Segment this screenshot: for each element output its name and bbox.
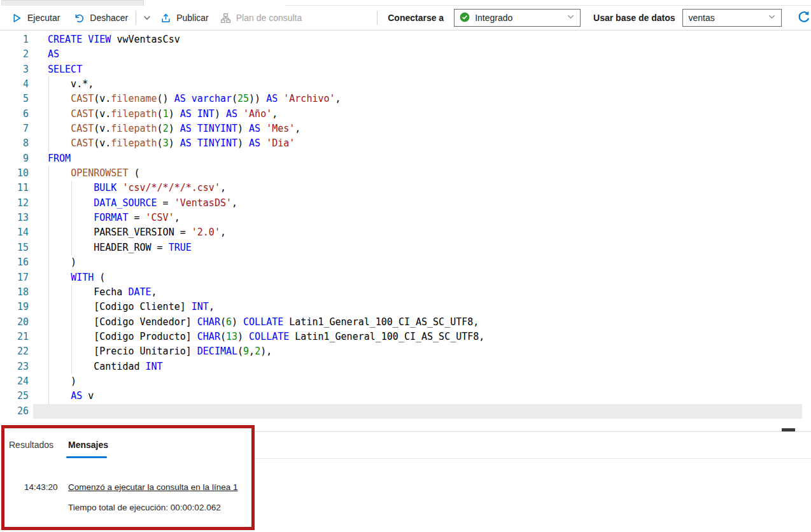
code-line: 10 OPENROWSET ( xyxy=(0,166,811,181)
code-line: 7 CAST(v.filepath(2) AS TINYINT) AS 'Mes… xyxy=(0,122,811,136)
query-plan-label: Plan de consulta xyxy=(236,13,302,23)
database-value: ventas xyxy=(688,13,763,23)
code-line: 1CREATE VIEW vwVentasCsv xyxy=(0,32,811,47)
code-text: SELECT xyxy=(48,62,82,77)
code-text: [Precio Unitario] DECIMAL(9,2), xyxy=(48,344,272,359)
toolbar: Ejecutar Deshacer Publicar xyxy=(0,6,811,31)
code-line: 23 Cantidad INT xyxy=(0,360,811,374)
code-lines: 1CREATE VIEW vwVentasCsv2AS3SELECT4 v.*,… xyxy=(0,32,811,419)
message-timestamp: 14:43:20 xyxy=(24,482,58,492)
line-number: 23 xyxy=(0,360,29,374)
line-number: 8 xyxy=(0,136,29,151)
message-link[interactable]: Comenzó a ejecutar la consulta en la lín… xyxy=(68,482,237,492)
code-text: ) xyxy=(48,255,76,270)
code-line: 4 v.*, xyxy=(0,77,811,92)
code-text: CAST(v.filepath(1) AS INT) AS 'Año', xyxy=(48,107,278,122)
connect-to-label: Conectarse a xyxy=(388,13,444,23)
line-number: 5 xyxy=(0,92,29,106)
tabstrip xyxy=(0,0,811,6)
line-number: 11 xyxy=(0,181,29,195)
panel-resize-handle[interactable] xyxy=(782,428,795,431)
code-text: DATA_SOURCE = 'VentasDS', xyxy=(48,196,237,211)
query-plan-button[interactable]: Plan de consulta xyxy=(220,13,302,24)
line-number: 25 xyxy=(0,389,29,403)
chevron-down-icon xyxy=(768,13,776,23)
line-number: 9 xyxy=(0,151,29,166)
code-line: 12 DATA_SOURCE = 'VentasDS', xyxy=(0,196,811,211)
code-line: 21 [Codigo Producto] CHAR(13) COLLATE La… xyxy=(0,330,811,344)
line-number: 4 xyxy=(0,77,29,92)
message-total-time: Tiempo total de ejecución: 00:00:02.062 xyxy=(68,503,221,512)
line-number: 22 xyxy=(0,344,29,359)
tab-resultados[interactable]: Resultados xyxy=(9,440,53,450)
code-line: 9FROM xyxy=(0,151,811,166)
code-text: [Codigo Cliente] INT, xyxy=(48,300,215,314)
code-line: 15 HEADER_ROW = TRUE xyxy=(0,241,811,255)
refresh-button[interactable] xyxy=(797,10,811,26)
line-number: 20 xyxy=(0,315,29,330)
inactive-tab-remnant[interactable] xyxy=(1,0,144,6)
tab-mensajes[interactable]: Mensajes xyxy=(68,440,108,450)
code-text: CAST(v.filepath(3) AS TINYINT) AS 'Dia' xyxy=(48,136,295,151)
results-panel: Resultados Mensajes 14:43:20 Comenzó a e… xyxy=(0,420,811,532)
code-text: ) xyxy=(48,374,76,389)
line-number: 14 xyxy=(0,225,29,240)
line-number: 17 xyxy=(0,270,29,285)
undo-icon xyxy=(74,13,85,24)
line-number: 12 xyxy=(0,196,29,211)
play-icon xyxy=(11,13,22,24)
refresh-icon xyxy=(797,10,811,26)
code-text: [Codigo Producto] CHAR(13) COLLATE Latin… xyxy=(48,330,484,344)
code-line: 13 FORMAT = 'CSV', xyxy=(0,211,811,225)
line-number: 1 xyxy=(0,32,29,47)
code-line: 25 AS v xyxy=(0,389,811,403)
line-number: 24 xyxy=(0,374,29,389)
code-line: 19 [Codigo Cliente] INT, xyxy=(0,300,811,314)
code-text: v.*, xyxy=(48,77,94,92)
code-line: 5 CAST(v.filename() AS varchar(25)) AS '… xyxy=(0,92,811,106)
connection-dropdown[interactable]: Integrado xyxy=(454,9,581,27)
code-text: CREATE VIEW vwVentasCsv xyxy=(48,32,180,47)
code-text: HEADER_ROW = TRUE xyxy=(48,241,192,255)
run-button[interactable]: Ejecutar xyxy=(11,13,60,24)
line-number: 7 xyxy=(0,122,29,136)
panel-top-divider xyxy=(253,431,811,432)
current-line-highlight xyxy=(33,404,802,419)
use-database-label: Usar base de datos xyxy=(593,13,675,23)
run-options-chevron[interactable] xyxy=(143,13,152,22)
code-line: 3SELECT xyxy=(0,62,811,77)
database-dropdown[interactable]: ventas xyxy=(682,9,782,27)
publish-icon xyxy=(160,13,171,24)
code-line: 18 Fecha DATE, xyxy=(0,285,811,300)
line-number: 26 xyxy=(0,404,29,419)
line-number: 21 xyxy=(0,330,29,344)
publish-button[interactable]: Publicar xyxy=(160,13,209,24)
toolbar-separator xyxy=(377,11,377,25)
code-text: CAST(v.filepath(2) AS TINYINT) AS 'Mes', xyxy=(48,122,300,136)
code-text: BULK 'csv/*/*/*/*.csv', xyxy=(48,181,226,195)
line-number: 6 xyxy=(0,107,29,122)
code-line: 26 xyxy=(0,404,811,419)
query-plan-icon xyxy=(220,13,231,24)
code-line: 20 [Codigo Vendedor] CHAR(6) COLLATE Lat… xyxy=(0,315,811,330)
line-number: 19 xyxy=(0,300,29,314)
undo-button[interactable]: Deshacer xyxy=(74,13,128,24)
tabbar-bottom-divider xyxy=(253,458,811,459)
code-text: FROM xyxy=(48,151,71,166)
connection-value: Integrado xyxy=(475,13,561,23)
run-label: Ejecutar xyxy=(27,13,60,23)
line-number: 18 xyxy=(0,285,29,300)
code-line: 14 PARSER_VERSION = '2.0', xyxy=(0,225,811,240)
code-text: FORMAT = 'CSV', xyxy=(48,211,180,225)
line-number: 2 xyxy=(0,47,29,62)
code-text: Cantidad INT xyxy=(48,360,163,374)
code-text: AS v xyxy=(48,389,94,403)
code-editor[interactable]: 1CREATE VIEW vwVentasCsv2AS3SELECT4 v.*,… xyxy=(0,31,811,420)
code-text: [Codigo Vendedor] CHAR(6) COLLATE Latin1… xyxy=(48,315,479,330)
active-tab-indicator xyxy=(66,456,107,458)
toolbar-separator xyxy=(136,11,136,25)
code-line: 2AS xyxy=(0,47,811,62)
code-line: 6 CAST(v.filepath(1) AS INT) AS 'Año', xyxy=(0,107,811,122)
line-number: 16 xyxy=(0,255,29,270)
code-text: CAST(v.filename() AS varchar(25)) AS 'Ar… xyxy=(48,92,341,106)
